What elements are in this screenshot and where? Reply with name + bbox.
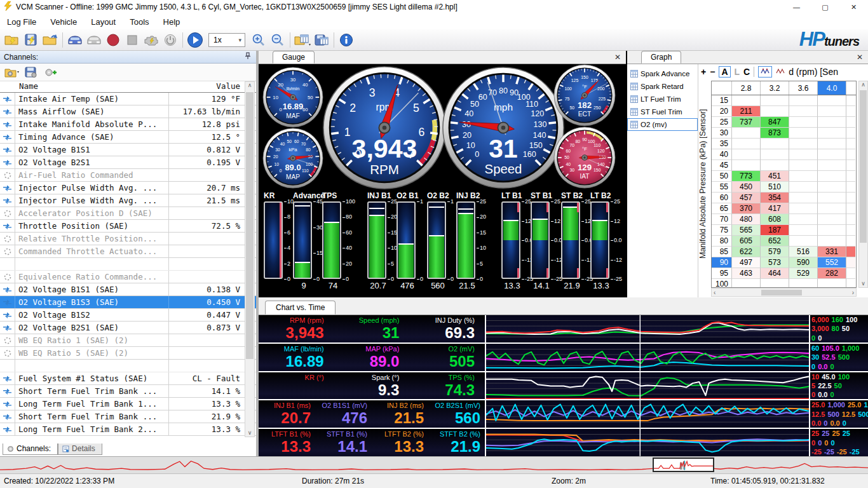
graph-cell[interactable]	[818, 117, 846, 128]
graph-cell[interactable]	[789, 160, 818, 171]
graph-cell[interactable]	[818, 106, 846, 117]
graph-cell[interactable]: 573	[761, 257, 789, 268]
graph-cell[interactable]	[789, 139, 818, 149]
channel-row[interactable]: Accelerator Position D (SAE)	[0, 207, 256, 220]
graph-item-spark-retard[interactable]: Spark Retard	[627, 80, 698, 93]
graph-cell[interactable]: 417	[761, 203, 789, 214]
graph-cell[interactable]	[732, 149, 761, 160]
channel-row[interactable]: Relative Throttle Position...	[0, 233, 256, 245]
graph-cell[interactable]: 282	[818, 268, 846, 279]
pin-icon[interactable]	[245, 52, 251, 62]
graph-row-header[interactable]: 40	[712, 149, 732, 160]
graph-cell[interactable]	[761, 149, 789, 160]
graph-col-header[interactable]: 3.6	[789, 81, 818, 95]
graph-cell[interactable]: 516	[789, 247, 818, 257]
bottom-tab-channels[interactable]: Channels:	[3, 444, 58, 455]
graph-cell[interactable]	[818, 236, 846, 247]
channel-row[interactable]: Air-Fuel Ratio Commanded	[0, 169, 256, 182]
chart-plot[interactable]	[485, 400, 809, 428]
graph-cell[interactable]	[732, 160, 761, 171]
maximize-button[interactable]: ▢	[811, 3, 839, 11]
channel-row[interactable]: Short Term Fuel Trim Bank ...21.9 %	[0, 410, 256, 423]
graph-row-header[interactable]: 65	[712, 203, 732, 214]
channel-row[interactable]: Equivalence Ratio Commande...	[0, 271, 256, 283]
graph-cell[interactable]: 497	[732, 257, 761, 268]
graph-row-header[interactable]: 55	[712, 182, 732, 193]
graph-cell[interactable]: 873	[761, 128, 789, 139]
axis-a-button[interactable]: A	[719, 66, 730, 78]
channel-row[interactable]: O2 Voltage B2S10.195 V	[0, 156, 256, 169]
channel-row[interactable]	[0, 360, 256, 372]
save-channels-config-button[interactable]	[22, 64, 41, 81]
zoom-window[interactable]	[653, 458, 714, 472]
graph-cell[interactable]	[789, 214, 818, 225]
graph-cell-partial[interactable]	[846, 95, 855, 106]
graph-cell-partial[interactable]	[846, 171, 855, 182]
stop-icon[interactable]	[123, 31, 142, 49]
graph-cell[interactable]	[818, 95, 846, 106]
graph-cell[interactable]	[789, 203, 818, 214]
graph-cell[interactable]	[818, 139, 846, 149]
tab-gauge[interactable]: Gauge	[273, 51, 315, 64]
graph-row-header[interactable]: 80	[712, 236, 732, 247]
open-log-icon[interactable]	[3, 31, 22, 49]
graph-cell-partial[interactable]	[846, 193, 855, 203]
graph-row-header[interactable]: 70	[712, 214, 732, 225]
graph-cell[interactable]: 529	[789, 268, 818, 279]
bottom-tab-details[interactable]: Details	[58, 444, 102, 455]
column-header-value[interactable]: Value	[169, 81, 245, 92]
graph-row-header[interactable]: 15	[712, 95, 732, 106]
graph-cell[interactable]	[732, 139, 761, 149]
graph-cell-partial[interactable]	[846, 236, 855, 247]
chart-plot[interactable]	[485, 315, 809, 342]
graph-cell[interactable]: 552	[818, 257, 846, 268]
graph-cell[interactable]: 464	[761, 268, 789, 279]
menu-log-file[interactable]: Log File	[0, 15, 43, 29]
engine-icon[interactable]	[142, 31, 161, 49]
channel-row[interactable]: Mass Airflow (SAE)17.63 lb/min	[0, 105, 256, 118]
graph-cell[interactable]: 354	[761, 193, 789, 203]
channel-row[interactable]: O2 Voltage B1S1 (SAE)0.138 V	[0, 283, 256, 296]
graph-row-header[interactable]: 60	[712, 193, 732, 203]
graph-cell-partial[interactable]	[846, 214, 855, 225]
disconnect-vehicle-icon[interactable]	[85, 31, 104, 49]
channel-row[interactable]: Injector Pulse Width Avg. ...21.5 ms	[0, 194, 256, 207]
layout-open-icon[interactable]	[293, 31, 312, 49]
graph-cell[interactable]	[818, 203, 846, 214]
graph-cell[interactable]: 463	[732, 268, 761, 279]
trace-mode-icon[interactable]	[758, 66, 772, 78]
zoom-out-icon[interactable]	[268, 31, 287, 49]
graph-cell-partial[interactable]	[846, 160, 855, 171]
channel-row[interactable]: Long Term Fuel Trim Bank 2...13.3 %	[0, 423, 256, 436]
graph-cell[interactable]: 622	[732, 247, 761, 257]
graph-cell[interactable]	[789, 236, 818, 247]
channel-row[interactable]: WB EQ Ratio 1 (SAE) (2)	[0, 334, 256, 347]
connect-vehicle-icon[interactable]	[65, 31, 85, 49]
channel-row[interactable]: Fuel System #1 Status (SAE)CL - Fault	[0, 372, 256, 385]
graph-cell[interactable]	[789, 117, 818, 128]
graph-col-header[interactable]: 2.8	[732, 81, 761, 95]
channel-row[interactable]: Short Term Fuel Trim Bank ...14.1 %	[0, 385, 256, 398]
menu-tools[interactable]: Tools	[123, 15, 156, 29]
graph-cell[interactable]: 451	[761, 171, 789, 182]
graph-cell[interactable]	[789, 149, 818, 160]
graph-cell[interactable]: 652	[761, 236, 789, 247]
chart-plot[interactable]	[485, 429, 809, 456]
open-channels-config-button[interactable]	[3, 64, 22, 81]
graph-cell-partial[interactable]	[846, 268, 855, 279]
graph-cell[interactable]	[818, 182, 846, 193]
graph-vscrollbar[interactable]: ∧∨	[858, 81, 868, 288]
graph-item-spark-advance[interactable]: Spark Advance	[627, 67, 698, 80]
tab-graph[interactable]: Graph	[641, 51, 681, 64]
graph-item-o2-mv-[interactable]: O2 (mv)	[627, 118, 698, 131]
graph-cell[interactable]	[818, 225, 846, 236]
menu-help[interactable]: Help	[156, 15, 187, 29]
graph-cell[interactable]	[818, 214, 846, 225]
graph-row-header[interactable]: 25	[712, 117, 732, 128]
channel-row[interactable]: Long Term Fuel Trim Bank 1...13.3 %	[0, 398, 256, 410]
graph-cell-partial[interactable]	[846, 128, 855, 139]
graph-cell[interactable]: 737	[732, 117, 761, 128]
graph-cell[interactable]	[761, 279, 789, 288]
axis-l-button[interactable]: L	[735, 67, 740, 77]
graph-cell-partial[interactable]	[846, 203, 855, 214]
